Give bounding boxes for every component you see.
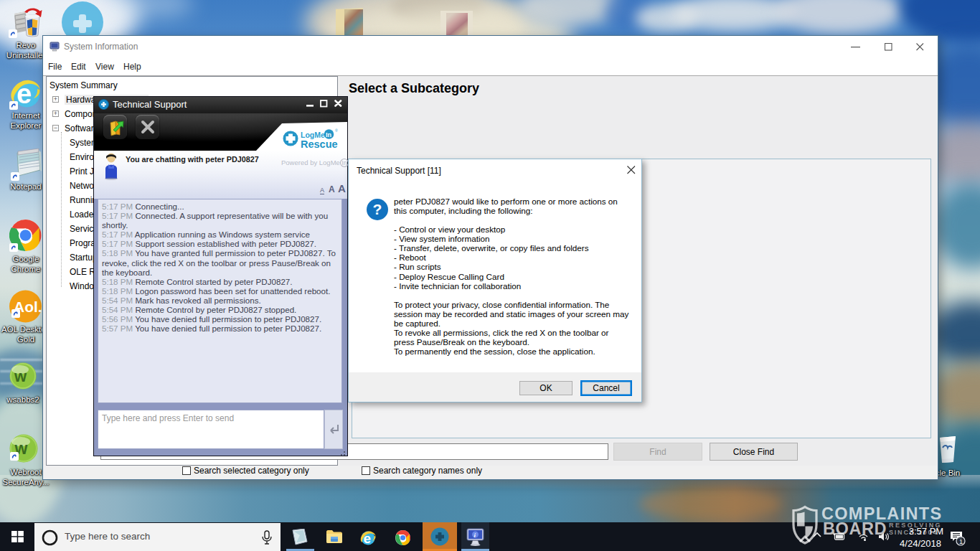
svg-text:Rescue: Rescue <box>301 138 338 150</box>
svg-text:w: w <box>14 367 27 385</box>
svg-text:®: ® <box>335 128 338 133</box>
svg-text:1: 1 <box>959 538 963 545</box>
svg-text:In: In <box>326 131 331 138</box>
